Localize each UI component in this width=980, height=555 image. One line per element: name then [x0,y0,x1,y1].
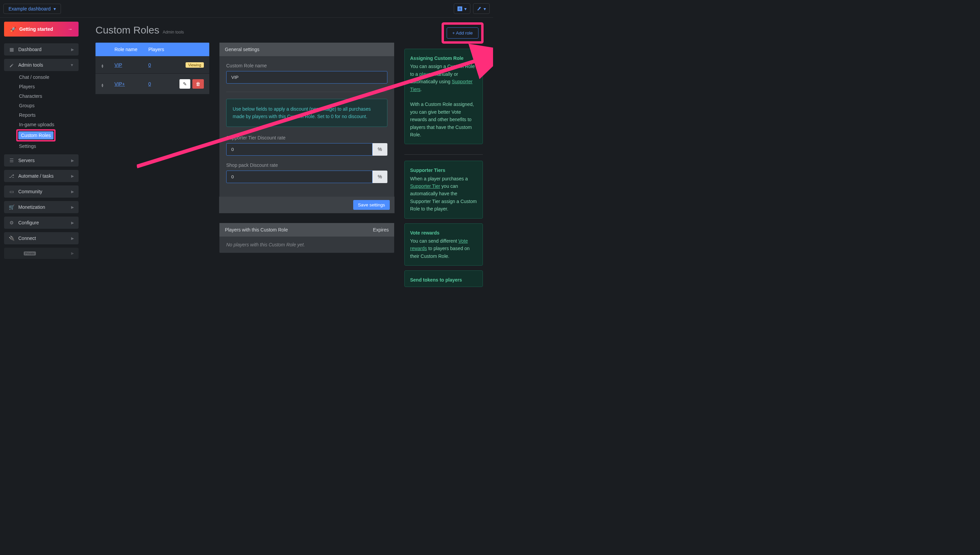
chevron-right-icon: ▶ [71,236,74,241]
add-role-button[interactable]: + Add role [447,27,479,38]
nav-configure[interactable]: ⚙ Configure ▶ [4,217,79,229]
role-link[interactable]: VIP+ [114,81,125,87]
subnav-players[interactable]: Players [16,82,79,91]
chevron-right-icon: ▶ [71,189,74,194]
chevron-right-icon: ▶ [71,205,74,210]
col-role-name: Role name [114,47,148,52]
nav-private[interactable]: Private ▶ [4,248,79,259]
tier-discount-label: Supporter Tier Discount rate [226,135,387,140]
roles-table: Role name Players ▲▼ VIP 0 Viewing ▲▼ VI… [95,43,209,95]
nav-label: Admin tools [18,62,43,68]
rocket-icon: 🚀 [10,26,16,32]
chevron-right-icon: ▶ [71,174,74,178]
role-name-label: Custom Role name [226,63,387,68]
caret-down-icon: ▾ [464,6,467,11]
nav-automate[interactable]: ⎇ Automate / tasks ▶ [4,170,79,182]
caret-down-icon: ▾ [484,6,486,11]
expires-header: Expires [373,227,389,233]
percent-addon: % [373,170,387,183]
subnav-chat-console[interactable]: Chat / console [16,72,79,82]
nav-label: Servers [18,158,35,163]
players-link[interactable]: 0 [148,81,151,87]
role-link[interactable]: VIP [114,62,122,68]
help-title: Supporter Tiers [410,167,477,174]
trash-icon: 🗑 [196,81,201,87]
help-card-supporter-tiers: Supporter Tiers When a player purchases … [404,161,483,218]
nav-dashboard[interactable]: ▦ Dashboard ▶ [4,43,79,56]
nav-community[interactable]: ▭ Community ▶ [4,186,79,197]
add-role-highlight: + Add role [442,22,484,44]
plug-icon: 🔌 [9,236,14,241]
subnav-reports[interactable]: Reports [16,110,79,120]
help-card-send-tokens: Send tokens to players [404,270,483,287]
chevron-right-icon: ▶ [71,158,74,163]
branch-icon: ⎇ [9,173,14,179]
help-card-vote-rewards: Vote rewards You can send different Vote… [404,223,483,266]
viewing-badge: Viewing [186,62,204,68]
caret-down-icon: ▾ [53,6,56,11]
subnav-settings[interactable]: Settings [16,141,79,151]
nav-label: Community [18,189,42,194]
tier-discount-input[interactable] [226,143,373,156]
panel-header: General settings [219,43,394,56]
subnav-groups[interactable]: Groups [16,101,79,110]
shop-discount-label: Shop pack Discount rate [226,162,387,168]
nav-label: Dashboard [18,47,42,52]
subnav-in-game-uploads[interactable]: In-game uploads [16,120,79,129]
help-title: Send tokens to players [410,276,477,284]
window-icon: ▭ [9,189,14,194]
page-title: Custom Roles [95,24,159,36]
supporter-tier-link[interactable]: Supporter Tier [410,183,440,189]
sort-handle-icon[interactable]: ▲▼ [101,64,104,68]
nav-label: Monetization [18,204,45,210]
player-link[interactable]: player [419,71,432,77]
help-card-assigning: Assigning Custom Role You can assign a C… [404,49,483,144]
col-players: Players [148,47,204,52]
nav-label: Connect [18,236,36,241]
dashboard-selector-label: Example dashboard [8,6,51,11]
cart-icon: 🛒 [9,204,14,210]
general-settings-panel: General settings Custom Role name Use be… [219,43,394,213]
wand-icon [477,6,482,11]
role-name-input[interactable] [226,71,387,83]
subnav-custom-roles-highlight: Custom Roles [16,129,79,141]
sort-handle-icon[interactable]: ▲▼ [101,83,104,87]
help-title: Vote rewards [410,229,477,237]
table-row[interactable]: ▲▼ VIP 0 Viewing [95,56,209,74]
save-settings-button[interactable]: Save settings [353,200,390,210]
grid-icon: ▦ [9,47,14,52]
table-row[interactable]: ▲▼ VIP+ 0 ✎ 🗑 [95,74,209,95]
shop-discount-input[interactable] [226,170,373,183]
divider [404,154,483,155]
edit-button[interactable]: ✎ [180,79,190,89]
chevron-right-icon: ▶ [71,47,74,52]
nav-servers[interactable]: ☰ Servers ▶ [4,154,79,167]
chevron-down-icon: ▼ [70,63,74,67]
players-link[interactable]: 0 [148,62,151,68]
nav-label: Automate / tasks [18,173,53,179]
nav-label: Configure [18,220,39,225]
empty-state: No players with this Custom Role yet. [219,237,394,253]
pencil-icon: ✎ [183,81,187,87]
nav-admin-tools[interactable]: Admin tools ▼ [4,59,79,71]
nav-monetization[interactable]: 🛒 Monetization ▶ [4,201,79,213]
private-badge: Private [24,252,36,255]
delete-button[interactable]: 🗑 [192,79,204,89]
arrow-right-icon: → [68,26,72,32]
chevron-right-icon: ▶ [71,251,74,255]
getting-started-button[interactable]: 🚀 Getting started → [4,22,79,37]
translate-icon: 🅰 [458,6,462,11]
gear-icon: ⚙ [9,220,14,225]
translate-button[interactable]: 🅰 ▾ [454,3,470,14]
dashboard-selector[interactable]: Example dashboard ▾ [3,4,61,14]
chevron-right-icon: ▶ [71,221,74,225]
subnav-custom-roles[interactable]: Custom Roles [18,131,53,140]
magic-tools-button[interactable]: ▾ [473,3,490,14]
getting-started-label: Getting started [19,26,53,32]
wand-icon [9,63,14,67]
percent-addon: % [373,143,387,156]
nav-connect[interactable]: 🔌 Connect ▶ [4,232,79,244]
discount-info-box: Use below fields to apply a discount (pe… [226,99,387,127]
subnav-characters[interactable]: Characters [16,91,79,101]
page-subtitle: Admin tools [162,30,184,35]
